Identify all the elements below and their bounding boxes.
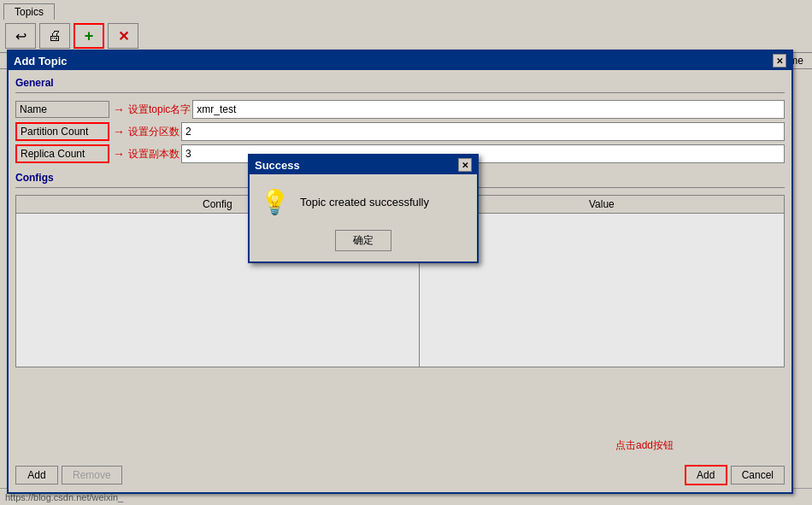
refresh-icon: ↩ bbox=[15, 28, 26, 44]
name-field-row: Name → 设置topic名字 bbox=[15, 100, 785, 119]
partition-label: Partition Count bbox=[15, 122, 109, 141]
add-icon: + bbox=[85, 27, 94, 45]
add-btn-annotation: 点击add按钮 bbox=[615, 438, 674, 453]
success-close-button[interactable]: ✕ bbox=[458, 158, 472, 172]
configs-add-button[interactable]: Add bbox=[15, 466, 58, 484]
name-label: Name bbox=[15, 101, 109, 118]
dialog-footer: Add Remove 点击add按钮 Add Cancel bbox=[15, 465, 785, 485]
dialog-cancel-button[interactable]: Cancel bbox=[731, 466, 785, 484]
delete-icon: ✕ bbox=[118, 28, 129, 44]
partition-field-row: Partition Count → 设置分区数 bbox=[15, 122, 785, 141]
partition-annotation: 设置分区数 bbox=[128, 125, 179, 139]
toolbar-btn-delete[interactable]: ✕ bbox=[108, 23, 138, 49]
dialog-titlebar: Add Topic ✕ bbox=[9, 51, 791, 70]
name-annotation: 设置topic名字 bbox=[128, 103, 191, 117]
success-footer: 确定 bbox=[250, 226, 477, 261]
name-arrow: → bbox=[113, 103, 125, 116]
success-titlebar: Success ✕ bbox=[250, 156, 477, 174]
dialog-add-button[interactable]: Add bbox=[685, 465, 727, 485]
general-divider bbox=[15, 92, 785, 93]
success-body: 💡 Topic created successfully bbox=[250, 174, 477, 226]
success-dialog: Success ✕ 💡 Topic created successfully 确… bbox=[248, 154, 479, 263]
success-title: Success bbox=[255, 159, 300, 172]
add-topic-dialog: Add Topic ✕ General Name → 设置topic名字 Par… bbox=[7, 50, 793, 494]
replica-annotation: 设置副本数 bbox=[128, 147, 179, 161]
success-icon: 💡 bbox=[260, 188, 290, 216]
outer-window: Topics ↩ 🖨 + ✕ Name Add Topic ✕ General bbox=[0, 0, 812, 505]
replica-label: Replica Count bbox=[15, 144, 109, 163]
toolbar-btn-add[interactable]: + bbox=[74, 23, 104, 49]
name-input[interactable] bbox=[192, 100, 785, 119]
dialog-close-button[interactable]: ✕ bbox=[773, 54, 786, 68]
success-message: Topic created successfully bbox=[300, 196, 429, 208]
dialog-title: Add Topic bbox=[14, 55, 68, 68]
print-icon: 🖨 bbox=[48, 28, 62, 44]
tab-bar: Topics bbox=[0, 0, 812, 20]
configs-remove-button[interactable]: Remove bbox=[62, 466, 122, 484]
topics-tab[interactable]: Topics bbox=[3, 3, 55, 20]
partition-input[interactable] bbox=[181, 122, 785, 141]
replica-arrow: → bbox=[113, 147, 125, 161]
footer-right-buttons: 点击add按钮 Add Cancel bbox=[685, 465, 785, 485]
success-ok-button[interactable]: 确定 bbox=[335, 230, 391, 251]
footer-left-buttons: Add Remove bbox=[15, 466, 122, 484]
toolbar-btn-refresh[interactable]: ↩ bbox=[5, 23, 36, 49]
general-section-header: General bbox=[15, 77, 785, 89]
toolbar-btn-print[interactable]: 🖨 bbox=[39, 23, 70, 49]
toolbar: ↩ 🖨 + ✕ bbox=[0, 20, 812, 52]
partition-arrow: → bbox=[113, 125, 125, 138]
